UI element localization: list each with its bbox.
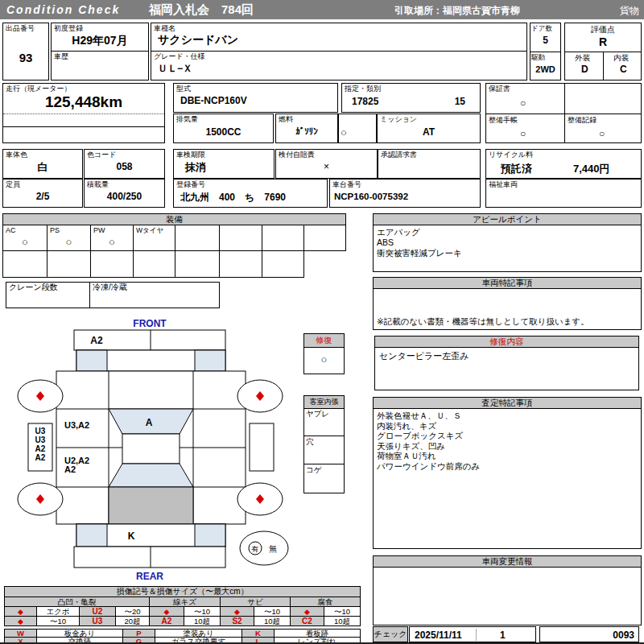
- equipment-cell-pw: PW ○: [90, 225, 134, 251]
- insurance-value: ×: [276, 161, 377, 172]
- inspection-cell: 車検期限 抹消: [173, 149, 275, 179]
- divider: [603, 52, 604, 80]
- equipment-cell-ac: AC ○: [2, 225, 47, 251]
- displacement-cell: 排気量 1500CC: [173, 114, 274, 143]
- category-badge: 貨物: [620, 4, 639, 18]
- front-bumper-mark: A2: [90, 335, 103, 346]
- capacity-cell: 定員 2/5: [2, 179, 83, 208]
- cabin-box: 客室内張 ヤブレ 穴 コゲ: [303, 395, 345, 493]
- appeal-item: エアバッグ: [377, 227, 462, 237]
- legend-cell: 10超: [184, 616, 221, 626]
- service-book-label: 整備手帳: [489, 115, 518, 126]
- cabin-tear-label: ヤブレ: [306, 409, 329, 419]
- equipment-cell-empty: [262, 250, 304, 278]
- documents-block: 保証書 ○ 整備手帳 ○ 整備記録 ○: [485, 83, 642, 143]
- sheet-number-cell: 0093: [539, 626, 639, 642]
- chassis-label: 車台番号: [332, 180, 361, 188]
- check-date-cell: 2025/11/11 1: [409, 626, 536, 642]
- load-capacity-label: 積載量: [87, 180, 109, 188]
- transmission-cell: ミッション AT: [377, 114, 481, 143]
- registration-cell: 登録番号 北九州 400 ち 7690: [173, 179, 328, 208]
- repair-detail-panel: 修復内容 センターピラー左歪み: [374, 336, 639, 390]
- front-corner-right: [195, 350, 225, 371]
- doors-value: 5: [530, 35, 560, 46]
- divider: [476, 629, 477, 641]
- transmission-label: ミッション: [380, 115, 417, 123]
- vehicle-notes-note: ※記載のない書類・機器等は無しとして取り扱います。: [377, 316, 589, 328]
- model-name-cell: 車種名 サクシードバン: [151, 23, 527, 52]
- score-cell: 評価点 R 外装 D 内装 C: [564, 23, 642, 80]
- welfare-cell: 福祉車両: [485, 179, 642, 208]
- color-code-cell: 色コード 058: [84, 149, 165, 179]
- appeal-item: ABS: [377, 237, 462, 248]
- lot-label: 出品番号: [6, 24, 35, 32]
- doors-label: ドア数: [531, 24, 552, 32]
- appeal-title: アピールポイント: [374, 214, 641, 225]
- divider: [304, 436, 344, 436]
- interior-label: 内装: [613, 53, 629, 64]
- lot-number-cell: 出品番号 93: [2, 23, 49, 80]
- front-corner-left: [76, 350, 107, 371]
- warranty-value: ○: [520, 97, 526, 109]
- vehicle-notes-title: 車両特記事項: [374, 278, 641, 289]
- approval-cell: 承認請求書: [378, 149, 481, 179]
- inspection-value: 抹消: [185, 160, 274, 175]
- equipment-cell-empty: [175, 250, 220, 278]
- equipment-cell-empty: [2, 250, 47, 278]
- capacity-value: 2/5: [3, 191, 82, 202]
- repair-box: 修復 ○: [303, 333, 345, 374]
- auction-title: 福岡入札会 784回: [149, 2, 254, 18]
- header-bar: Condition Check 福岡入札会 784回 引取場所：福岡県古賀市青柳…: [0, 0, 644, 19]
- body-color-label: 車体色: [6, 151, 27, 159]
- welfare-label: 福祉車両: [489, 180, 518, 188]
- cabin-title: 客室内張: [304, 396, 344, 409]
- assessment-item: 荷物室ＡＵ汚れ: [377, 451, 480, 461]
- legend-title: 損傷記号＆損傷サイズ（〜最大cm）: [4, 586, 361, 597]
- left-sill-mark: A2: [35, 453, 46, 462]
- mileage-cell: 走行（現メーター） 125,448km: [2, 83, 165, 143]
- equipment-value: ○: [47, 236, 90, 248]
- equipment-cell-wtire: Wタイヤ: [133, 225, 175, 251]
- divider: [486, 114, 641, 114]
- equipment-value: ○: [91, 236, 133, 248]
- equipment-header: 装備: [2, 213, 346, 225]
- displacement-label: 排気量: [176, 115, 198, 123]
- score-label: 評価点: [565, 24, 641, 35]
- legend-cell: 10超: [324, 616, 361, 626]
- first-registration-label: 初度登録: [54, 24, 83, 32]
- classification-value: 15: [455, 96, 465, 107]
- left-sill-mark: A2: [35, 444, 46, 453]
- legend-code-c2: C2: [290, 616, 324, 626]
- history-label: 車歴: [54, 52, 68, 60]
- capacity-label: 定員: [6, 180, 20, 188]
- appeal-items: エアバッグ ABS 衝突被害軽減ブレーキ: [377, 227, 462, 258]
- legend-code-a2: A2: [149, 616, 184, 626]
- cargo-roof-gray: [109, 487, 193, 524]
- presence-yes: 有: [251, 545, 259, 553]
- recycle-status: 預託済: [501, 162, 532, 176]
- drive-value: 2WD: [530, 64, 560, 74]
- repair-detail-content: センターピラー左歪み: [379, 350, 469, 362]
- service-record-label: 整備記録: [568, 115, 597, 126]
- body-color-value: 白: [3, 160, 82, 175]
- history-cell: 車歴: [51, 51, 149, 80]
- grade-cell: グレード・仕様 ＵＬ−Ｘ: [151, 51, 527, 80]
- equipment-label: PW: [93, 226, 105, 234]
- repair-title: 修復: [304, 334, 344, 348]
- equipment-label: PS: [50, 226, 60, 234]
- first-registration-cell: 初度登録 H29年07月: [51, 23, 149, 52]
- model-code-cell: 型式 DBE-NCP160V: [173, 83, 338, 113]
- equipment-cell-empty: [262, 225, 304, 251]
- rear-door-left-mark2: A2: [64, 464, 76, 474]
- sheet-number: 0093: [613, 630, 634, 641]
- roof-panel: [122, 434, 180, 464]
- appeal-panel: アピールポイント エアバッグ ABS 衝突被害軽減ブレーキ: [373, 213, 642, 272]
- transmission-value: AT: [378, 126, 480, 138]
- crane-label: クレーン段数: [9, 283, 58, 291]
- cabin-burn-label: コゲ: [306, 465, 321, 476]
- grade-value: ＵＬ−Ｘ: [158, 62, 526, 76]
- condition-check-sheet: Condition Check 福岡入札会 784回 引取場所：福岡県古賀市青柳…: [0, 0, 644, 644]
- cabin-hole-label: 穴: [306, 437, 314, 448]
- equipment-label: AC: [6, 226, 16, 234]
- appeal-item: 衝突被害軽減ブレーキ: [377, 248, 462, 258]
